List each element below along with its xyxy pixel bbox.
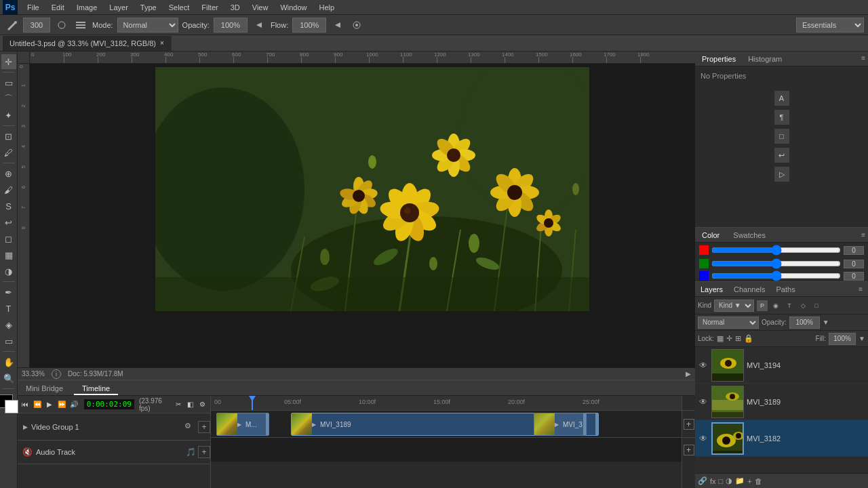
- menu-view[interactable]: View: [247, 2, 274, 13]
- kind-select[interactable]: Kind ▼: [714, 300, 754, 312]
- layer-item-mvi-3182[interactable]: 👁 MVI_3182: [695, 420, 868, 457]
- layer-visibility-3194[interactable]: 👁: [698, 360, 709, 371]
- expand-video-group-button[interactable]: ▶: [20, 422, 30, 432]
- marquee-tool[interactable]: ▭: [1, 75, 16, 90]
- red-value[interactable]: [844, 246, 864, 255]
- menu-3d[interactable]: 3D: [225, 2, 245, 13]
- step-back-button[interactable]: ⏪: [33, 399, 43, 411]
- hand-tool[interactable]: ✋: [1, 354, 16, 369]
- paragraph-icon[interactable]: ¶: [774, 110, 789, 125]
- cut-button[interactable]: ✂: [173, 399, 183, 411]
- mode-select[interactable]: Normal: [117, 18, 178, 33]
- layer-comp-icon[interactable]: □: [774, 129, 789, 144]
- playhead[interactable]: [252, 396, 253, 410]
- brush-size-input[interactable]: [23, 18, 50, 33]
- add-group-icon[interactable]: 📁: [735, 476, 745, 485]
- stamp-tool[interactable]: S: [1, 199, 16, 214]
- layer-visibility-3189[interactable]: 👁: [698, 396, 709, 407]
- step-forward-button[interactable]: ⏩: [57, 399, 67, 411]
- green-value[interactable]: [844, 260, 864, 268]
- menu-image[interactable]: Image: [71, 2, 103, 13]
- brush-settings-icon[interactable]: [73, 18, 88, 33]
- fill-arrow-icon[interactable]: ▼: [859, 335, 865, 342]
- brush-tool[interactable]: 🖌: [1, 182, 16, 197]
- filter-smartobj-icon[interactable]: □: [811, 300, 822, 311]
- lasso-tool[interactable]: ⌒: [1, 92, 16, 106]
- playback-icon[interactable]: ▶: [686, 370, 691, 378]
- audio-settings-icon[interactable]: 🎵: [186, 447, 196, 457]
- menu-filter[interactable]: Filter: [196, 2, 223, 13]
- menu-window[interactable]: Window: [275, 2, 312, 13]
- blue-slider[interactable]: [711, 273, 841, 279]
- history-icon[interactable]: ↩: [774, 148, 789, 163]
- link-layers-icon[interactable]: 🔗: [698, 476, 707, 485]
- menu-select[interactable]: Select: [163, 2, 195, 13]
- add-audio-track-button[interactable]: +: [198, 446, 210, 458]
- layer-item-mvi-3189[interactable]: 👁 MVI_3189: [695, 384, 868, 420]
- type-tool[interactable]: T: [1, 301, 16, 316]
- tab-layers[interactable]: Layers: [695, 282, 728, 297]
- clip-mvi-3182[interactable]: ▶ M...: [216, 413, 269, 436]
- settings-button[interactable]: ⚙: [197, 399, 208, 411]
- text-adjust-icon[interactable]: A: [774, 91, 789, 106]
- tab-color[interactable]: Color: [695, 228, 726, 243]
- video-track-clips[interactable]: ▶ M... ▶ MVI_3189: [211, 411, 682, 438]
- tab-paths[interactable]: Paths: [771, 282, 801, 297]
- path-select-tool[interactable]: ◈: [1, 317, 16, 332]
- add-video-track-button[interactable]: +: [198, 421, 210, 433]
- green-slider[interactable]: [711, 261, 841, 266]
- eraser-tool[interactable]: ◻: [1, 231, 16, 246]
- clip-end-handle-1[interactable]: [266, 413, 269, 435]
- lock-position-icon[interactable]: ✛: [726, 334, 732, 343]
- layer-visibility-3182[interactable]: 👁: [698, 433, 709, 444]
- tab-channels[interactable]: Channels: [728, 282, 770, 297]
- video-group-settings-icon[interactable]: ⚙: [184, 422, 195, 432]
- blend-mode-select[interactable]: Normal: [698, 317, 759, 329]
- color-panel-menu-icon[interactable]: ≡: [861, 231, 865, 239]
- audio-track-area[interactable]: [211, 438, 682, 462]
- panel-menu-icon[interactable]: ≡: [859, 52, 868, 66]
- healing-tool[interactable]: ⊕: [1, 166, 16, 181]
- add-effect-icon[interactable]: fx: [710, 477, 716, 485]
- opacity-arrow-icon[interactable]: ▼: [823, 319, 829, 326]
- menu-edit[interactable]: Edit: [46, 2, 70, 13]
- blue-value[interactable]: [844, 272, 864, 281]
- tab-swatches[interactable]: Swatches: [726, 228, 772, 243]
- background-color[interactable]: [5, 400, 18, 413]
- add-mask-icon[interactable]: □: [719, 477, 724, 485]
- add-adjustment-icon[interactable]: ◑: [726, 476, 732, 485]
- fill-field[interactable]: [829, 333, 856, 345]
- clip-mvi-3194[interactable]: ▶ MVI_3...: [534, 413, 587, 436]
- flow-input[interactable]: [292, 18, 326, 33]
- lock-pixels-icon[interactable]: ▦: [717, 334, 724, 343]
- menu-layer[interactable]: Layer: [104, 2, 134, 13]
- tab-properties[interactable]: Properties: [695, 52, 743, 66]
- tab-timeline[interactable]: Timeline: [74, 381, 118, 395]
- workspace-select[interactable]: Essentials: [796, 18, 864, 33]
- timeline-ruler[interactable]: 00 05:00f 10:00f 15:00f 20:00f 25:00f: [211, 396, 682, 411]
- filter-pixel-icon[interactable]: P: [757, 300, 768, 311]
- collapse-panel-icon[interactable]: [845, 0, 854, 9]
- transition-button[interactable]: ◧: [185, 399, 195, 411]
- pen-tool[interactable]: ✒: [1, 285, 16, 300]
- brush-tool-icon[interactable]: [4, 18, 19, 33]
- opacity-field[interactable]: [789, 317, 820, 329]
- crop-tool[interactable]: ⊡: [1, 129, 16, 144]
- shape-tool[interactable]: ▭: [1, 333, 16, 348]
- layers-panel-menu-icon[interactable]: ≡: [856, 283, 865, 296]
- lock-artboard-icon[interactable]: ⊞: [735, 334, 741, 343]
- clip-end-handle-3[interactable]: [583, 413, 586, 435]
- tab-histogram[interactable]: Histogram: [743, 52, 787, 66]
- layer-item-mvi-3194[interactable]: 👁 MVI_3194: [695, 347, 868, 384]
- menu-type[interactable]: Type: [135, 2, 162, 13]
- filter-shape-icon[interactable]: ◇: [797, 300, 808, 311]
- menu-file[interactable]: File: [22, 2, 45, 13]
- lock-all-icon[interactable]: 🔒: [744, 334, 753, 343]
- eyedropper-tool[interactable]: 🖊: [1, 145, 16, 160]
- tab-close-button[interactable]: ×: [160, 39, 164, 47]
- history-brush-tool[interactable]: ↩: [1, 215, 16, 230]
- canvas-content[interactable]: [30, 64, 695, 367]
- filter-adj-icon[interactable]: ◉: [770, 300, 781, 311]
- red-slider[interactable]: [711, 247, 841, 253]
- action-icon[interactable]: ▷: [774, 167, 789, 182]
